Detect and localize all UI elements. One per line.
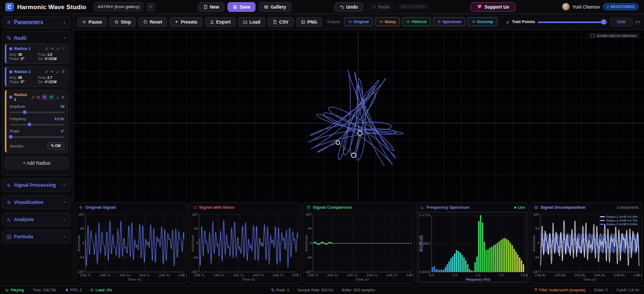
add-radius-button[interactable]: + Add Radius [5, 157, 68, 170]
clear-project-button[interactable] [147, 3, 155, 11]
edit-icon[interactable] [45, 47, 49, 50]
frequency-spectrum-panel: Frequency Spectrum Live [416, 202, 529, 284]
redo-icon [372, 5, 376, 9]
original-signal-panel: Original Signal [75, 202, 187, 284]
delete-icon[interactable] [61, 95, 65, 99]
activity-icon [6, 183, 11, 188]
draw-icon[interactable] [56, 70, 60, 74]
original-signal-chart [76, 211, 187, 283]
activity-icon[interactable] [50, 70, 54, 74]
bar-chart-icon [420, 205, 425, 210]
layers-icon [534, 205, 538, 210]
sidebar-item-formula[interactable]: Formula [2, 230, 71, 244]
trail-points-label: Trail Points [506, 19, 535, 24]
graph-toggle-original[interactable]: Original [344, 17, 373, 26]
eye-icon [437, 20, 441, 24]
funnel-icon [306, 205, 311, 210]
save-icon [233, 5, 237, 9]
redo-button[interactable]: Redo [367, 2, 395, 12]
harmonic-canvas[interactable] [74, 30, 644, 201]
chevron-down-icon [62, 234, 67, 239]
panel-title: Original Signal [85, 205, 115, 210]
delete-icon[interactable] [61, 70, 65, 74]
graphs-label: Graphs: [327, 19, 341, 24]
activity-icon[interactable] [50, 47, 54, 50]
stop-button[interactable]: Stop [109, 17, 136, 27]
noise-icon [193, 205, 197, 210]
radii-icon [271, 288, 275, 292]
undo-button[interactable]: Undo [334, 2, 363, 12]
radius-color-dot [9, 70, 12, 74]
direction-toggle-button[interactable]: ↻ CW [47, 142, 64, 150]
project-name-input[interactable] [94, 2, 143, 11]
image-icon [301, 20, 305, 24]
graph-toggle-noisy[interactable]: Noisy [375, 17, 400, 26]
signal-decomposition-panel: Signal Decomposition 3 components Radius… [530, 202, 642, 284]
export-button[interactable]: Export [205, 17, 236, 27]
trail-points-slider[interactable] [538, 19, 608, 25]
wave-preview-icon[interactable] [42, 94, 47, 100]
radius-1-card[interactable]: Radius 1 Amp: 30 Freq: 1.0 Phase: 0° Dir… [5, 43, 68, 64]
legend-item: Radius 2: A=66 f=2.7Hz [600, 219, 638, 222]
trail-points-input[interactable] [610, 18, 633, 26]
legend-item: Radius 1: A=30 f=1.0Hz [600, 215, 638, 218]
pulse-icon[interactable] [49, 94, 54, 100]
graph-toggle-decomp[interactable]: Decomp [467, 17, 497, 26]
amplitude-slider[interactable] [10, 110, 64, 114]
pen-icon [506, 20, 510, 24]
legend-item: Radius 3: A=58 f=3.6Hz [600, 223, 638, 226]
panel-title: Frequency Spectrum [427, 205, 470, 210]
new-file-icon [203, 5, 208, 9]
eye-icon [379, 20, 383, 24]
radius-color-dot [9, 95, 12, 99]
new-button[interactable]: New [198, 2, 224, 12]
save-icon[interactable] [36, 95, 40, 99]
load-button[interactable]: Load [238, 17, 265, 27]
eye-icon [406, 20, 410, 24]
sidebar-item-analysis[interactable]: Analysis [2, 212, 71, 226]
user-menu[interactable]: Yurii Chernov REGISTERED [562, 3, 639, 11]
avatar[interactable] [562, 3, 570, 11]
edit-icon[interactable] [45, 70, 49, 74]
draw-icon[interactable] [56, 95, 60, 99]
live-badge: Live [514, 205, 525, 209]
radius-3-card[interactable]: Radius 3 Amplitude 58 [5, 90, 68, 153]
radius-name: Radius 2 [14, 69, 31, 74]
radius-2-card[interactable]: Radius 2 Amp: 66 Freq: 2.7 Phase: 0° Dir… [5, 67, 68, 87]
undo-redo-shortcut-hint: Ctrl+Z / Ctrl+Y [398, 4, 428, 10]
radii-section-header[interactable]: Radii [5, 34, 68, 43]
png-export-button[interactable]: PNG [296, 17, 322, 27]
gallery-button[interactable]: Gallery [259, 2, 291, 12]
phase-slider[interactable] [10, 135, 64, 139]
csv-export-button[interactable]: CSV [268, 17, 293, 27]
pause-button[interactable]: Pause [77, 17, 107, 27]
chevron-up-icon[interactable] [62, 36, 67, 40]
filter-status: Filter: butterworth (lowpass) [534, 288, 586, 292]
panel-title: Signal Comparison [313, 205, 352, 210]
spectrum-chart [417, 211, 528, 283]
harmonic-visualization[interactable]: Double-click for fullscreen [74, 30, 644, 201]
app-header: Harmonic Wave Studio New Save Gallery Un… [0, 0, 644, 14]
decomposition-legend: Radius 1: A=30 f=1.0HzRadius 2: A=66 f=2… [600, 215, 638, 226]
support-us-button[interactable]: Support Us [471, 2, 516, 12]
chevron-down-icon [62, 183, 67, 187]
parameters-header[interactable]: Parameters [2, 16, 71, 28]
delete-icon[interactable] [61, 47, 65, 50]
sidebar-item-visualization[interactable]: Visualization [2, 195, 71, 209]
presets-button[interactable]: Presets [170, 17, 202, 27]
gallery-icon [264, 5, 268, 9]
edit-icon[interactable] [31, 95, 35, 99]
collapse-sidebar-icon[interactable] [62, 20, 67, 25]
signal-with-noise-panel: Signal with Noise [189, 202, 301, 284]
frequency-slider[interactable] [10, 122, 64, 127]
buffer-status: Buffer: 500 samples [342, 288, 375, 292]
pause-icon [82, 20, 86, 24]
draw-icon[interactable] [56, 47, 60, 50]
graph-toggle-spectrum[interactable]: Spectrum [433, 17, 466, 26]
sidebar-item-signal-processing[interactable]: Signal Processing [2, 178, 71, 192]
save-button[interactable]: Save [228, 2, 255, 12]
heart-icon [477, 4, 482, 9]
graph-toggle-filtered[interactable]: Filtered [402, 17, 430, 26]
funnel-icon [534, 288, 538, 292]
reset-button[interactable]: Reset [138, 17, 167, 27]
